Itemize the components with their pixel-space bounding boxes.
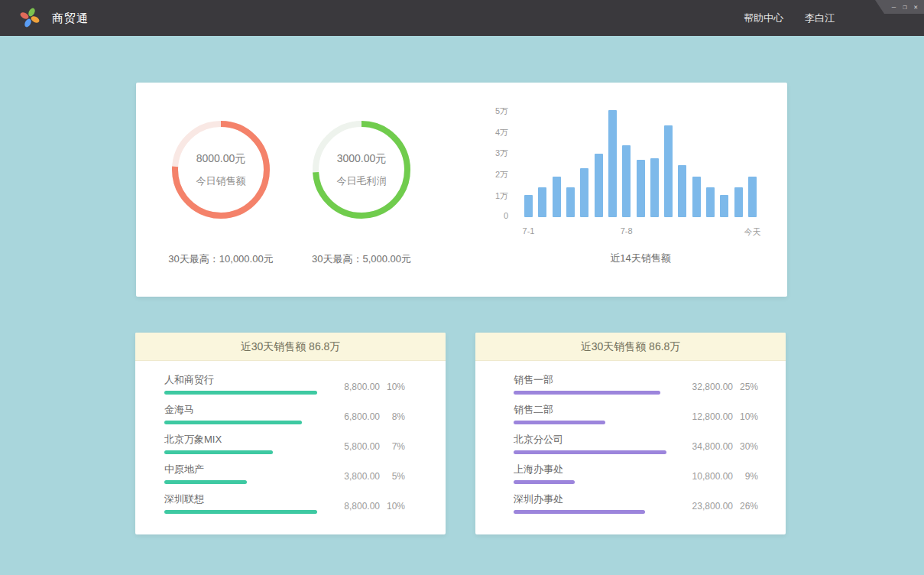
department-rank-card: 近30天销售额 86.8万 销售一部32,800.0025%销售二部12,800… <box>475 333 786 534</box>
rank-row-bar <box>514 421 605 424</box>
rank-row-amount: 12,800.00 <box>676 411 733 422</box>
rank-row: 上海办事处10,800.009% <box>514 460 758 490</box>
rank-row-amount: 10,800.00 <box>676 471 733 482</box>
rank-row-amount: 23,800.00 <box>676 501 733 512</box>
x-tick-label: 7-8 <box>604 226 650 236</box>
rank-row-percent: 26% <box>733 501 758 512</box>
y-tick-label: 3万 <box>472 148 508 159</box>
rank-row-bar <box>164 450 273 454</box>
rank-row-amount: 5,800.00 <box>323 441 380 452</box>
today-sales-donut: 8000.00元 今日销售额 <box>169 118 273 222</box>
rank-row-percent: 25% <box>733 382 758 392</box>
window-controls: — ❐ ✕ <box>875 0 924 14</box>
rank-row: 金海马6,800.008% <box>164 401 405 430</box>
profit-30d-max: 30天最高：5,000.00元 <box>277 252 446 266</box>
rank-row-bar <box>164 391 317 395</box>
today-sales-label: 今日销售额 <box>196 174 246 188</box>
rank-row: 深圳联想8,800.0010% <box>164 490 405 520</box>
rank-row-amount: 34,800.00 <box>676 441 733 452</box>
chart-bar <box>734 187 743 217</box>
bar-chart-title: 近14天销售额 <box>524 252 757 265</box>
chart-bar <box>524 195 533 217</box>
minimize-icon[interactable]: — <box>892 4 896 11</box>
chart-bar <box>706 187 715 217</box>
today-sales-value: 8000.00元 <box>196 152 246 166</box>
rank-row-bar <box>514 450 666 454</box>
chart-bar <box>566 187 575 217</box>
rank-row: 销售一部32,800.0025% <box>514 371 758 401</box>
maximize-icon[interactable]: ❐ <box>903 4 906 11</box>
today-profit-value: 3000.00元 <box>337 152 387 166</box>
rank-row: 北京分公司34,800.0030% <box>514 430 758 460</box>
customer-rank-card: 近30天销售额 86.8万 人和商贸行8,800.0010%金海马6,800.0… <box>135 333 446 534</box>
rank-row-percent: 8% <box>380 411 405 422</box>
customer-rank-list: 人和商贸行8,800.0010%金海马6,800.008%北京万象MIX5,80… <box>135 361 446 520</box>
rank-row: 销售二部12,800.0010% <box>514 401 758 430</box>
chart-bar <box>538 187 546 217</box>
y-tick-label: 1万 <box>472 190 508 202</box>
rank-row-bar <box>164 510 317 514</box>
y-tick-label: 0 <box>472 211 508 220</box>
rank-row-bar <box>514 391 660 395</box>
y-tick-label: 5万 <box>472 106 508 117</box>
help-center-link[interactable]: 帮助中心 <box>744 11 783 25</box>
bar-chart-x-axis: 7-17-8今天 <box>524 226 757 237</box>
rank-row-amount: 8,800.00 <box>323 501 380 512</box>
customer-rank-title: 近30天销售额 86.8万 <box>135 333 446 361</box>
today-profit-label: 今日毛利润 <box>337 174 387 188</box>
today-profit-donut: 3000.00元 今日毛利润 <box>310 118 413 222</box>
chart-bar <box>553 177 561 217</box>
chart-bar <box>748 177 757 217</box>
rank-row: 人和商贸行8,800.0010% <box>164 371 405 401</box>
pinwheel-logo-icon <box>20 8 40 28</box>
rank-row-bar <box>514 480 575 484</box>
chart-bar <box>720 195 728 217</box>
rank-row-percent: 5% <box>380 471 405 482</box>
bar-chart-y-axis: 5万4万3万2万1万0 <box>472 111 508 217</box>
rank-row-amount: 3,800.00 <box>323 471 380 482</box>
chart-bar <box>678 165 686 217</box>
department-rank-title: 近30天销售额 86.8万 <box>475 333 786 361</box>
rank-row: 深圳办事处23,800.0026% <box>514 490 758 520</box>
rank-row: 北京万象MIX5,800.007% <box>164 430 405 460</box>
close-icon[interactable]: ✕ <box>914 4 918 11</box>
department-rank-list: 销售一部32,800.0025%销售二部12,800.0010%北京分公司34,… <box>475 361 786 520</box>
chart-bar <box>650 158 659 217</box>
chart-bar <box>664 125 673 217</box>
x-tick-label: 今天 <box>730 226 776 238</box>
rank-row-bar <box>514 510 645 514</box>
rank-row-amount: 32,800.00 <box>676 382 733 392</box>
bar-chart-plot <box>524 111 757 217</box>
summary-card: 8000.00元 今日销售额 30天最高：10,000.00元 3000.00元… <box>136 83 787 297</box>
chart-bar <box>608 110 617 217</box>
rank-row-amount: 6,800.00 <box>323 411 380 422</box>
x-tick-label: 7-1 <box>506 226 552 236</box>
chart-bar <box>692 177 701 217</box>
rank-row-percent: 9% <box>733 471 758 482</box>
user-menu[interactable]: 李白江 <box>805 11 835 25</box>
rank-row-amount: 8,800.00 <box>323 382 380 392</box>
chart-bar <box>622 145 631 217</box>
chart-bar <box>595 154 603 217</box>
y-tick-label: 2万 <box>472 169 508 180</box>
rank-row: 中原地产3,800.005% <box>164 460 405 490</box>
chart-bar <box>637 160 645 217</box>
y-tick-label: 4万 <box>472 127 508 138</box>
rank-row-percent: 30% <box>733 441 758 452</box>
rank-row-percent: 10% <box>380 501 405 512</box>
title-bar: 商贸通 帮助中心 李白江 — ❐ ✕ <box>0 0 924 36</box>
rank-row-bar <box>164 421 302 424</box>
app-title: 商贸通 <box>52 0 89 36</box>
chart-bar <box>580 168 588 217</box>
rank-row-percent: 10% <box>733 411 758 422</box>
rank-row-bar <box>164 480 247 484</box>
rank-row-percent: 7% <box>380 441 405 452</box>
rank-row-percent: 10% <box>380 382 405 392</box>
